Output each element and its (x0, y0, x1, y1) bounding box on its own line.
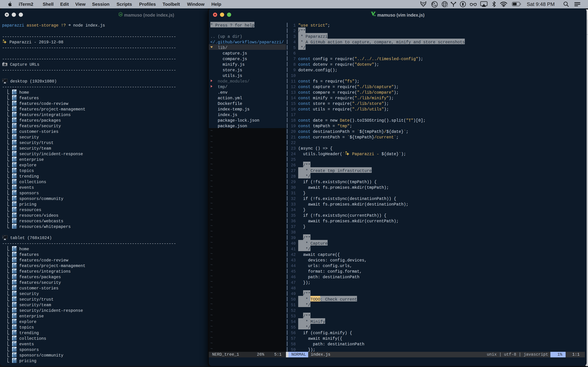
svg-text:im: im (373, 14, 376, 16)
svg-text:JS: JS (119, 13, 122, 16)
